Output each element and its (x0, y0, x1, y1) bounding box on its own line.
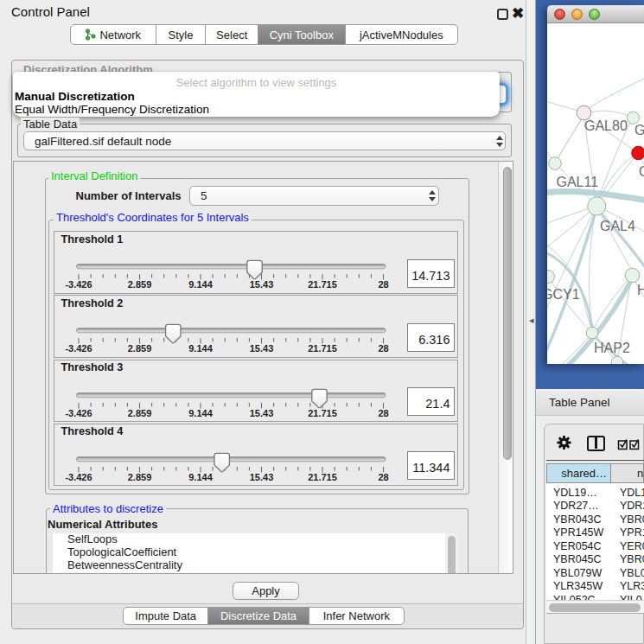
svg-text:GAL80: GAL80 (584, 118, 628, 133)
svg-text:GA: GA (634, 123, 644, 137)
svg-text:C: C (639, 164, 644, 179)
svg-text:GCY1: GCY1 (547, 287, 580, 302)
svg-text:GAL4: GAL4 (600, 219, 635, 233)
svg-text:GAL11: GAL11 (557, 175, 599, 189)
svg-text:H: H (637, 283, 644, 297)
svg-text:HAP2: HAP2 (594, 341, 630, 355)
